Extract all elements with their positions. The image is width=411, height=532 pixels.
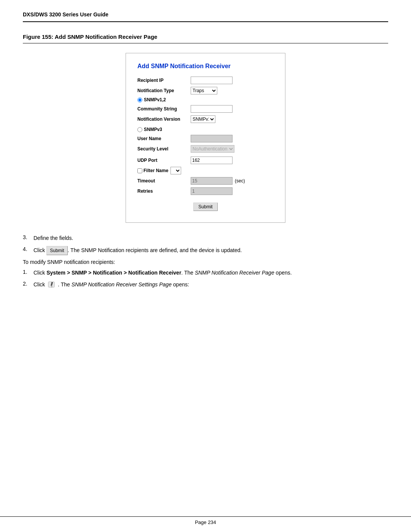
community-string-row: Community String [137, 105, 274, 113]
snmpv12-radio[interactable] [137, 97, 142, 102]
udp-port-label: UDP Port [137, 158, 191, 163]
community-string-input[interactable] [191, 105, 233, 113]
step-mod-2-text: Click . The SNMP Notification Receiver S… [33, 281, 189, 289]
notification-version-select[interactable]: SNMPv1 SNMPv2 [191, 115, 215, 123]
timeout-input[interactable] [191, 177, 233, 185]
step-3-text: Define the fields. [33, 234, 73, 242]
step-3: 3. Define the fields. [23, 234, 388, 242]
user-name-row: User Name [137, 135, 274, 142]
retries-input[interactable] [191, 187, 233, 195]
snmpv12-radio-row: SNMPv1,2 [137, 97, 274, 102]
footer-divider [0, 516, 411, 517]
snmpv12-label: SNMPv1,2 [144, 97, 166, 102]
udp-port-row: UDP Port [137, 157, 274, 164]
modify-heading-text: To modify SNMP notification recipients: [23, 259, 115, 265]
filter-name-checkbox[interactable] [137, 168, 142, 173]
security-level-select[interactable]: NoAuthentication Authentication Privacy [191, 145, 234, 153]
filter-name-row: Filter Name [137, 167, 274, 174]
snmpv3-radio[interactable] [137, 127, 142, 132]
user-name-label: User Name [137, 136, 191, 141]
step-4: 4. Click Submit. The SNMP Notification r… [23, 246, 388, 255]
step-4-text: Click Submit. The SNMP Notification reci… [33, 246, 242, 255]
timeout-row: Timeout (sec) [137, 177, 274, 185]
user-name-input[interactable] [191, 135, 233, 142]
recipient-ip-input[interactable] [191, 77, 233, 84]
doc-header: DXS/DWS 3200 Series User Guide [23, 11, 388, 18]
timeout-label: Timeout [137, 178, 191, 184]
retries-label: Retries [137, 189, 191, 194]
notification-version-label: Notification Version [137, 117, 191, 122]
security-level-label: Security Level [137, 146, 191, 152]
step-4-number: 4. [23, 246, 33, 252]
pencil-icon [48, 281, 55, 288]
snmp-form-container: Add SNMP Notification Receiver Recipient… [126, 53, 285, 223]
step-mod-1: 1. Click System > SNMP > Notification > … [23, 269, 388, 277]
udp-port-input[interactable] [191, 157, 233, 164]
doc-title: DXS/DWS 3200 Series User Guide [23, 11, 388, 18]
notification-type-label: Notification Type [137, 88, 191, 93]
recipient-ip-row: Recipient IP [137, 77, 274, 84]
section-divider [23, 43, 388, 43]
step-mod-1-number: 1. [23, 269, 33, 275]
step-mod-2-number: 2. [23, 281, 33, 287]
recipient-ip-label: Recipient IP [137, 78, 191, 83]
footer-page-label: Page 234 [0, 519, 411, 525]
submit-button[interactable]: Submit [193, 203, 217, 211]
step-mod-1-text: Click System > SNMP > Notification > Not… [33, 269, 292, 277]
notification-type-row: Notification Type Traps Informs [137, 87, 274, 94]
notification-version-row: Notification Version SNMPv1 SNMPv2 [137, 115, 274, 123]
snmpv3-label: SNMPv3 [144, 127, 162, 132]
filter-name-select[interactable] [170, 167, 181, 174]
notification-type-select[interactable]: Traps Informs [191, 87, 217, 94]
retries-row: Retries [137, 187, 274, 195]
figure-title: Figure 155: Add SNMP Notification Receiv… [23, 34, 388, 40]
filter-name-label: Filter Name [143, 168, 168, 173]
steps-section: 3. Define the fields. 4. Click Submit. T… [23, 234, 388, 289]
form-heading: Add SNMP Notification Receiver [137, 63, 274, 70]
timeout-unit: (sec) [235, 178, 245, 184]
security-level-row: Security Level NoAuthentication Authenti… [137, 145, 274, 153]
community-string-label: Community String [137, 106, 191, 112]
submit-row: Submit [137, 203, 274, 211]
header-divider [23, 21, 388, 22]
modify-heading: To modify SNMP notification recipients: [23, 259, 388, 265]
step-mod-2: 2. Click . The SNMP Notification Receive… [23, 281, 388, 289]
snmpv3-radio-row: SNMPv3 [137, 127, 274, 132]
step-3-number: 3. [23, 234, 33, 240]
step-4-submit-ref[interactable]: Submit [46, 246, 67, 255]
